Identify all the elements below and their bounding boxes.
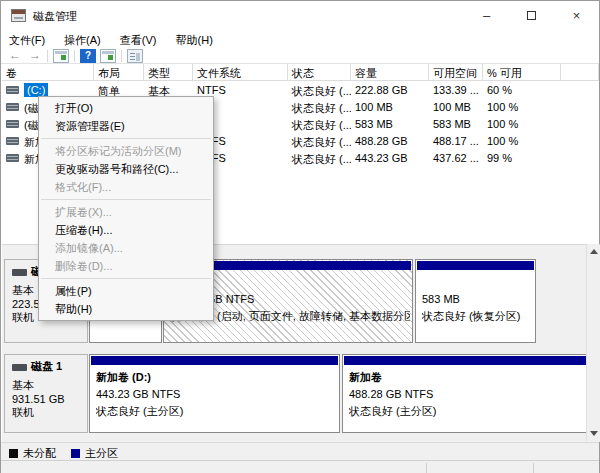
menu-item-extend-volume: 扩展卷(X)... <box>39 203 213 221</box>
partition-size: 488.28 GB NTFS <box>349 386 585 403</box>
column-header-free[interactable]: 可用空间 <box>429 64 483 81</box>
partition-status: 状态良好 (主分区) <box>96 403 337 420</box>
cell-capacity: 100 MB <box>351 99 429 116</box>
console-window-icon[interactable] <box>53 49 69 63</box>
menu-separator <box>41 138 211 139</box>
partition-color-bar <box>344 356 586 365</box>
cell-status: 状态良好 (... <box>288 82 351 99</box>
close-button[interactable]: × <box>554 1 599 30</box>
column-header-filesystem[interactable]: 文件系统 <box>193 64 288 81</box>
maximize-button[interactable] <box>509 1 554 30</box>
vertical-scrollbar[interactable] <box>586 244 599 441</box>
menu-item-change-drive-letter[interactable]: 更改驱动器号和路径(C)... <box>39 160 213 178</box>
cell-capacity: 583 MB <box>351 116 429 133</box>
column-header-type[interactable]: 类型 <box>144 64 193 81</box>
cell-capacity: 488.28 GB <box>351 133 429 150</box>
volume-icon <box>6 137 19 145</box>
column-header-pctfree[interactable]: % 可用 <box>483 64 561 81</box>
column-header-capacity[interactable]: 容量 <box>351 64 429 81</box>
selected-volume-label: (C:) <box>24 83 48 97</box>
disk1-label-panel[interactable]: 磁盘 1 基本 931.51 GB 联机 <box>4 354 88 433</box>
partition-name: 新加卷 (D:) <box>96 369 337 386</box>
legend-primary-label: 主分区 <box>85 447 118 459</box>
primary-partition-color-swatch <box>71 449 80 458</box>
disk-icon <box>12 269 27 276</box>
console-window-icon[interactable] <box>100 49 116 63</box>
partition-status: 状态良好 (主分区) <box>349 403 585 420</box>
partition-name: 新加卷 <box>349 369 585 386</box>
menu-item-help[interactable]: 帮助(H) <box>39 300 213 318</box>
partition-color-bar <box>91 356 338 365</box>
titlebar: 磁盘管理 – × <box>1 1 599 30</box>
partition-color-bar <box>417 261 534 270</box>
cell-status: 状态良好 (... <box>288 99 351 116</box>
disk1-size: 931.51 GB <box>12 393 87 405</box>
menu-item-open[interactable]: 打开(O) <box>39 99 213 117</box>
column-header-status[interactable]: 状态 <box>288 64 351 81</box>
toolbar-separator <box>74 50 75 62</box>
disk-icon <box>12 364 27 371</box>
disk1-partition-d[interactable]: 新加卷 (D:) 443.23 GB NTFS 状态良好 (主分区) <box>89 354 340 433</box>
cell-pct: 99 % <box>483 150 561 167</box>
context-menu: 打开(O) 资源管理器(E) 将分区标记为活动分区(M) 更改驱动器号和路径(C… <box>38 96 214 321</box>
cell-free: 488.17 ... <box>429 133 483 150</box>
properties-panel-icon[interactable] <box>127 49 143 63</box>
status-bar <box>1 460 599 473</box>
menu-item-mark-active: 将分区标记为活动分区(M) <box>39 142 213 160</box>
volume-icon <box>6 120 19 128</box>
window-title: 磁盘管理 <box>33 9 77 24</box>
cell-free: 437.62 ... <box>429 150 483 167</box>
cell-capacity: 222.88 GB <box>351 82 429 99</box>
disk1-row: 磁盘 1 基本 931.51 GB 联机 新加卷 (D:) 443.23 GB … <box>4 354 588 433</box>
help-icon[interactable]: ? <box>80 49 96 63</box>
menu-separator <box>41 278 211 279</box>
app-icon <box>11 9 26 22</box>
legend: 未分配 主分区 <box>1 442 599 460</box>
toolbar-separator <box>121 50 122 62</box>
menu-view[interactable]: 查看(V) <box>112 30 165 49</box>
column-header-empty <box>561 64 599 81</box>
menu-separator <box>41 199 211 200</box>
volume-icon <box>6 86 19 94</box>
menu-help[interactable]: 帮助(H) <box>168 30 221 49</box>
legend-unallocated-label: 未分配 <box>23 447 56 459</box>
cell-status: 状态良好 (... <box>288 150 351 167</box>
statusbar-divider <box>533 463 534 473</box>
menu-item-properties[interactable]: 属性(P) <box>39 282 213 300</box>
toolbar-separator <box>47 50 48 62</box>
menu-action[interactable]: 操作(A) <box>56 30 109 49</box>
cell-pct: 60 % <box>483 82 561 99</box>
cell-status: 状态良好 (... <box>288 116 351 133</box>
forward-icon[interactable]: → <box>27 49 43 63</box>
column-header-layout[interactable]: 布局 <box>94 64 144 81</box>
partition-status: 状态良好 (恢复分区) <box>422 308 533 325</box>
statusbar-divider <box>426 463 427 473</box>
partition-size: 443.23 GB NTFS <box>96 386 337 403</box>
disk1-partition-newvol[interactable]: 新加卷 488.28 GB NTFS 状态良好 (主分区) <box>342 354 588 433</box>
unallocated-color-swatch <box>9 449 18 458</box>
partition-size: 583 MB <box>422 291 533 308</box>
disk-management-window: 磁盘管理 – × 文件(F) 操作(A) 查看(V) 帮助(H) ← → ? 卷… <box>0 0 600 473</box>
menubar: 文件(F) 操作(A) 查看(V) 帮助(H) <box>1 30 599 49</box>
scroll-down-icon[interactable] <box>590 431 598 436</box>
menu-item-shrink-volume[interactable]: 压缩卷(H)... <box>39 221 213 239</box>
cell-free: 133.39 ... <box>429 82 483 99</box>
menu-item-add-mirror: 添加镜像(A)... <box>39 239 213 257</box>
back-icon[interactable]: ← <box>7 49 23 63</box>
cell-pct: 100 % <box>483 99 561 116</box>
cell-status: 状态良好 (... <box>288 133 351 150</box>
disk1-type: 基本 <box>12 378 87 393</box>
maximize-icon <box>527 11 536 20</box>
volume-icon <box>6 154 19 162</box>
disk1-name: 磁盘 1 <box>31 360 62 372</box>
column-header-volume[interactable]: 卷 <box>2 64 94 81</box>
menu-file[interactable]: 文件(F) <box>1 30 53 49</box>
minimize-button[interactable]: – <box>464 1 509 30</box>
toolbar: ← → ? <box>1 49 599 64</box>
cell-free: 583 MB <box>429 116 483 133</box>
disk1-status: 联机 <box>12 405 87 420</box>
menu-item-explorer[interactable]: 资源管理器(E) <box>39 117 213 135</box>
partition-name <box>422 274 533 291</box>
scroll-up-icon[interactable] <box>590 249 598 254</box>
disk0-partition-recovery[interactable]: 583 MB 状态良好 (恢复分区) <box>415 259 536 343</box>
